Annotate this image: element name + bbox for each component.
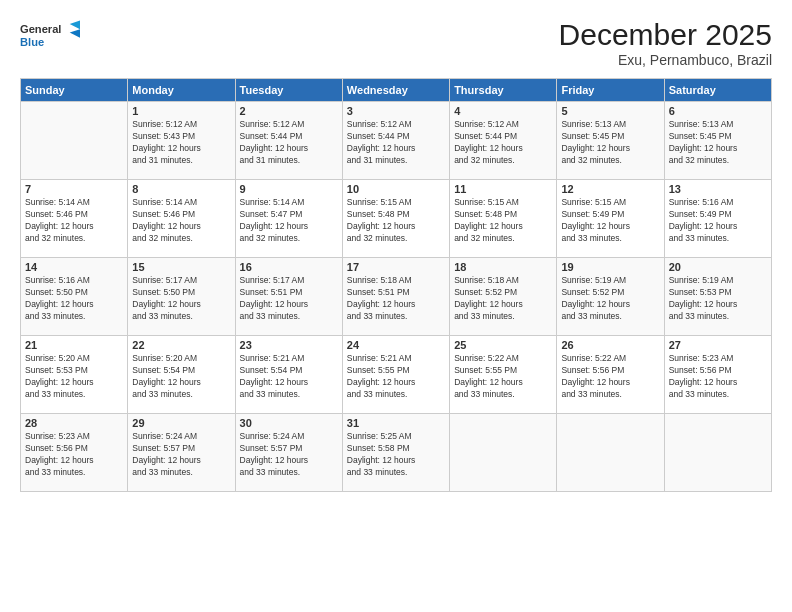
table-row: 8Sunrise: 5:14 AM Sunset: 5:46 PM Daylig… bbox=[128, 180, 235, 258]
table-row: 13Sunrise: 5:16 AM Sunset: 5:49 PM Dayli… bbox=[664, 180, 771, 258]
day-number: 5 bbox=[561, 105, 659, 117]
day-number: 4 bbox=[454, 105, 552, 117]
calendar-header: Sunday Monday Tuesday Wednesday Thursday… bbox=[21, 79, 772, 102]
day-number: 25 bbox=[454, 339, 552, 351]
day-info: Sunrise: 5:20 AM Sunset: 5:54 PM Dayligh… bbox=[132, 353, 230, 401]
day-number: 2 bbox=[240, 105, 338, 117]
day-info: Sunrise: 5:17 AM Sunset: 5:50 PM Dayligh… bbox=[132, 275, 230, 323]
day-number: 31 bbox=[347, 417, 445, 429]
table-row: 30Sunrise: 5:24 AM Sunset: 5:57 PM Dayli… bbox=[235, 414, 342, 492]
day-number: 13 bbox=[669, 183, 767, 195]
day-info: Sunrise: 5:25 AM Sunset: 5:58 PM Dayligh… bbox=[347, 431, 445, 479]
week-row-0: 1Sunrise: 5:12 AM Sunset: 5:43 PM Daylig… bbox=[21, 102, 772, 180]
table-row: 20Sunrise: 5:19 AM Sunset: 5:53 PM Dayli… bbox=[664, 258, 771, 336]
day-info: Sunrise: 5:15 AM Sunset: 5:48 PM Dayligh… bbox=[347, 197, 445, 245]
day-number: 23 bbox=[240, 339, 338, 351]
svg-text:General: General bbox=[20, 23, 61, 35]
header-wednesday: Wednesday bbox=[342, 79, 449, 102]
table-row: 11Sunrise: 5:15 AM Sunset: 5:48 PM Dayli… bbox=[450, 180, 557, 258]
title-block: December 2025 Exu, Pernambuco, Brazil bbox=[559, 18, 772, 68]
day-info: Sunrise: 5:18 AM Sunset: 5:51 PM Dayligh… bbox=[347, 275, 445, 323]
table-row: 12Sunrise: 5:15 AM Sunset: 5:49 PM Dayli… bbox=[557, 180, 664, 258]
day-info: Sunrise: 5:13 AM Sunset: 5:45 PM Dayligh… bbox=[561, 119, 659, 167]
day-info: Sunrise: 5:12 AM Sunset: 5:44 PM Dayligh… bbox=[454, 119, 552, 167]
day-number: 21 bbox=[25, 339, 123, 351]
day-info: Sunrise: 5:17 AM Sunset: 5:51 PM Dayligh… bbox=[240, 275, 338, 323]
table-row: 27Sunrise: 5:23 AM Sunset: 5:56 PM Dayli… bbox=[664, 336, 771, 414]
week-row-3: 21Sunrise: 5:20 AM Sunset: 5:53 PM Dayli… bbox=[21, 336, 772, 414]
subtitle: Exu, Pernambuco, Brazil bbox=[559, 52, 772, 68]
logo-svg: General Blue bbox=[20, 18, 80, 54]
table-row: 7Sunrise: 5:14 AM Sunset: 5:46 PM Daylig… bbox=[21, 180, 128, 258]
day-number: 6 bbox=[669, 105, 767, 117]
day-info: Sunrise: 5:20 AM Sunset: 5:53 PM Dayligh… bbox=[25, 353, 123, 401]
table-row: 31Sunrise: 5:25 AM Sunset: 5:58 PM Dayli… bbox=[342, 414, 449, 492]
day-number: 11 bbox=[454, 183, 552, 195]
day-number: 9 bbox=[240, 183, 338, 195]
week-row-1: 7Sunrise: 5:14 AM Sunset: 5:46 PM Daylig… bbox=[21, 180, 772, 258]
logo: General Blue bbox=[20, 18, 80, 54]
day-info: Sunrise: 5:16 AM Sunset: 5:50 PM Dayligh… bbox=[25, 275, 123, 323]
table-row: 21Sunrise: 5:20 AM Sunset: 5:53 PM Dayli… bbox=[21, 336, 128, 414]
table-row: 2Sunrise: 5:12 AM Sunset: 5:44 PM Daylig… bbox=[235, 102, 342, 180]
table-row bbox=[557, 414, 664, 492]
calendar-body: 1Sunrise: 5:12 AM Sunset: 5:43 PM Daylig… bbox=[21, 102, 772, 492]
day-number: 30 bbox=[240, 417, 338, 429]
day-info: Sunrise: 5:15 AM Sunset: 5:49 PM Dayligh… bbox=[561, 197, 659, 245]
day-number: 18 bbox=[454, 261, 552, 273]
day-number: 19 bbox=[561, 261, 659, 273]
header-thursday: Thursday bbox=[450, 79, 557, 102]
day-number: 10 bbox=[347, 183, 445, 195]
day-info: Sunrise: 5:14 AM Sunset: 5:46 PM Dayligh… bbox=[132, 197, 230, 245]
day-number: 14 bbox=[25, 261, 123, 273]
day-info: Sunrise: 5:18 AM Sunset: 5:52 PM Dayligh… bbox=[454, 275, 552, 323]
header-saturday: Saturday bbox=[664, 79, 771, 102]
table-row: 9Sunrise: 5:14 AM Sunset: 5:47 PM Daylig… bbox=[235, 180, 342, 258]
day-info: Sunrise: 5:12 AM Sunset: 5:44 PM Dayligh… bbox=[347, 119, 445, 167]
table-row bbox=[21, 102, 128, 180]
table-row: 19Sunrise: 5:19 AM Sunset: 5:52 PM Dayli… bbox=[557, 258, 664, 336]
week-row-4: 28Sunrise: 5:23 AM Sunset: 5:56 PM Dayli… bbox=[21, 414, 772, 492]
table-row: 26Sunrise: 5:22 AM Sunset: 5:56 PM Dayli… bbox=[557, 336, 664, 414]
header: General Blue December 2025 Exu, Pernambu… bbox=[20, 18, 772, 68]
table-row bbox=[450, 414, 557, 492]
table-row: 28Sunrise: 5:23 AM Sunset: 5:56 PM Dayli… bbox=[21, 414, 128, 492]
day-number: 28 bbox=[25, 417, 123, 429]
day-number: 8 bbox=[132, 183, 230, 195]
header-row: Sunday Monday Tuesday Wednesday Thursday… bbox=[21, 79, 772, 102]
table-row: 25Sunrise: 5:22 AM Sunset: 5:55 PM Dayli… bbox=[450, 336, 557, 414]
table-row: 14Sunrise: 5:16 AM Sunset: 5:50 PM Dayli… bbox=[21, 258, 128, 336]
table-row: 5Sunrise: 5:13 AM Sunset: 5:45 PM Daylig… bbox=[557, 102, 664, 180]
day-number: 24 bbox=[347, 339, 445, 351]
day-info: Sunrise: 5:21 AM Sunset: 5:54 PM Dayligh… bbox=[240, 353, 338, 401]
day-info: Sunrise: 5:23 AM Sunset: 5:56 PM Dayligh… bbox=[669, 353, 767, 401]
day-number: 7 bbox=[25, 183, 123, 195]
table-row: 29Sunrise: 5:24 AM Sunset: 5:57 PM Dayli… bbox=[128, 414, 235, 492]
header-friday: Friday bbox=[557, 79, 664, 102]
calendar-table: Sunday Monday Tuesday Wednesday Thursday… bbox=[20, 78, 772, 492]
svg-text:Blue: Blue bbox=[20, 36, 44, 48]
week-row-2: 14Sunrise: 5:16 AM Sunset: 5:50 PM Dayli… bbox=[21, 258, 772, 336]
day-number: 17 bbox=[347, 261, 445, 273]
day-info: Sunrise: 5:24 AM Sunset: 5:57 PM Dayligh… bbox=[132, 431, 230, 479]
day-info: Sunrise: 5:14 AM Sunset: 5:46 PM Dayligh… bbox=[25, 197, 123, 245]
day-number: 26 bbox=[561, 339, 659, 351]
svg-marker-2 bbox=[70, 21, 80, 30]
day-info: Sunrise: 5:22 AM Sunset: 5:55 PM Dayligh… bbox=[454, 353, 552, 401]
day-number: 16 bbox=[240, 261, 338, 273]
month-title: December 2025 bbox=[559, 18, 772, 52]
day-info: Sunrise: 5:23 AM Sunset: 5:56 PM Dayligh… bbox=[25, 431, 123, 479]
table-row: 17Sunrise: 5:18 AM Sunset: 5:51 PM Dayli… bbox=[342, 258, 449, 336]
day-number: 29 bbox=[132, 417, 230, 429]
table-row: 3Sunrise: 5:12 AM Sunset: 5:44 PM Daylig… bbox=[342, 102, 449, 180]
day-number: 20 bbox=[669, 261, 767, 273]
day-number: 3 bbox=[347, 105, 445, 117]
day-info: Sunrise: 5:12 AM Sunset: 5:43 PM Dayligh… bbox=[132, 119, 230, 167]
svg-marker-3 bbox=[70, 29, 80, 38]
table-row bbox=[664, 414, 771, 492]
day-info: Sunrise: 5:15 AM Sunset: 5:48 PM Dayligh… bbox=[454, 197, 552, 245]
day-info: Sunrise: 5:16 AM Sunset: 5:49 PM Dayligh… bbox=[669, 197, 767, 245]
header-tuesday: Tuesday bbox=[235, 79, 342, 102]
table-row: 15Sunrise: 5:17 AM Sunset: 5:50 PM Dayli… bbox=[128, 258, 235, 336]
day-number: 1 bbox=[132, 105, 230, 117]
